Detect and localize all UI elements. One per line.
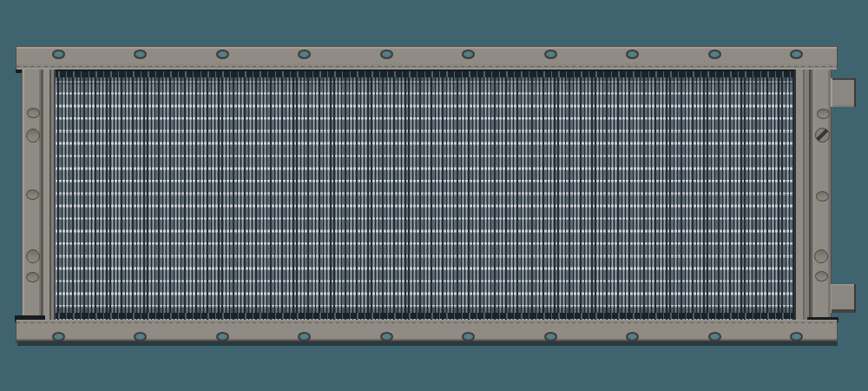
flange-seam-line-top: [16, 66, 837, 67]
rivet-slot: [27, 108, 40, 118]
bolt-hole: [134, 50, 147, 59]
rivet-hole: [814, 249, 828, 263]
finned-core: [54, 71, 796, 320]
shadow-below-bottom-flange: [17, 342, 838, 346]
bolt-hole: [380, 50, 393, 59]
bolt-hole: [544, 332, 557, 341]
core-bottom-fin-shading: [54, 306, 796, 313]
bolt-hole: [544, 50, 557, 59]
core-side-plate-right: [794, 70, 812, 321]
core-side-plate-left: [42, 70, 56, 321]
core-top-fin-shading: [54, 77, 796, 84]
right-side-channel: [812, 68, 832, 323]
core-bottom-edge-jagged: [54, 313, 796, 319]
bolt-hole: [216, 50, 229, 59]
bolt-hole: [462, 50, 475, 59]
bolt-hole: [134, 332, 147, 341]
bottom-flange: [16, 320, 838, 342]
left-side-channel: [22, 68, 42, 323]
rivet-slot: [816, 191, 829, 202]
bolt-hole: [626, 50, 639, 59]
rivet-hole: [26, 249, 40, 263]
bolt-hole: [790, 332, 803, 341]
rivet-slot: [815, 271, 828, 282]
cad-viewport[interactable]: [0, 0, 868, 391]
flange-seam-line-bottom: [16, 322, 837, 323]
bolt-hole: [298, 50, 311, 59]
bolt-hole: [708, 332, 721, 341]
bolt-hole: [790, 50, 803, 59]
top-flange: [16, 46, 838, 70]
bolt-hole: [708, 50, 721, 59]
bolt-hole: [216, 332, 229, 341]
mounting-tab-top-right: [831, 78, 856, 107]
rivet-slot: [26, 189, 39, 200]
bolt-hole: [626, 332, 639, 341]
bolt-hole: [298, 332, 311, 341]
rivet-slot: [817, 109, 830, 119]
screw-head: [815, 128, 830, 142]
bolt-hole: [52, 50, 65, 59]
bolt-hole: [52, 332, 65, 341]
mounting-tab-bottom-right: [831, 284, 856, 313]
core-top-edge-jagged: [54, 71, 796, 77]
bolt-hole: [380, 332, 393, 341]
rivet-hole: [26, 129, 40, 142]
rivet-slot: [26, 272, 39, 282]
bolt-hole: [462, 332, 475, 341]
